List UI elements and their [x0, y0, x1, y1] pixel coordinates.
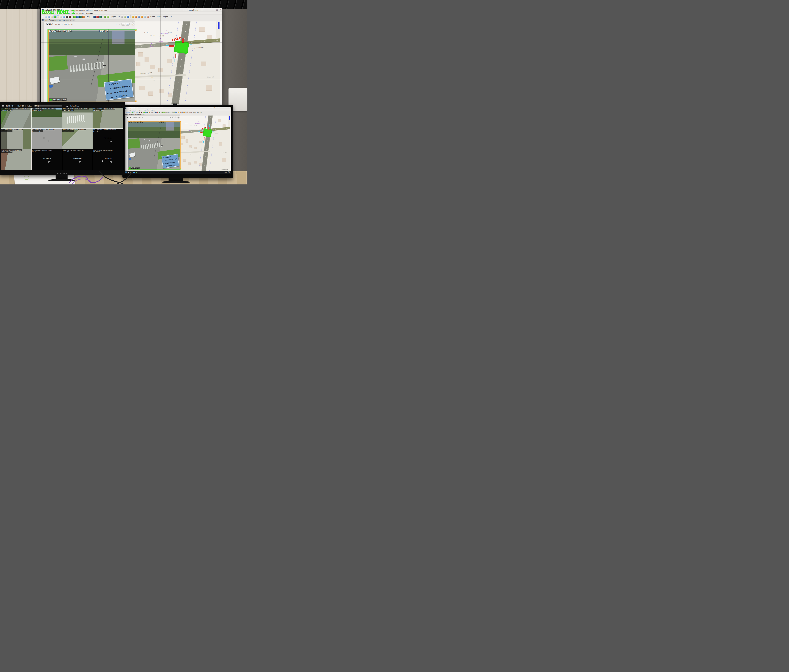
region-button-1[interactable]: Пенза — [188, 112, 192, 113]
menu-service[interactable]: Служебные — [74, 13, 83, 14]
map-pane[interactable]: 211-293 159-210 107-158 29-106 ♕ Два кап… — [180, 115, 232, 171]
detector-blue-icon[interactable] — [77, 16, 79, 18]
refresh-icon[interactable]: ↺ — [116, 23, 117, 26]
tab-intersection-5836[interactable]: 5836: ул. Терновского - ул. Сукумская ⊡ … — [124, 114, 144, 115]
poi-label[interactable]: Два капитана — [195, 123, 200, 124]
camera-cell-6[interactable]: ИТС1 Пенза 006 Калинина-Металлистов[ 128… — [32, 129, 62, 149]
filter-off-icon[interactable] — [96, 16, 99, 18]
filter-funnel-icon[interactable] — [155, 112, 157, 113]
save-icon[interactable] — [48, 16, 50, 18]
region-button-4[interactable]: Сув — [169, 16, 173, 18]
export-map-icon[interactable] — [182, 112, 183, 113]
tab-close-icon[interactable]: × — [143, 114, 144, 115]
camera-cell-1[interactable]: ИТС1 Пенза 001 Окружная-Калинина-Кривозе… — [1, 108, 32, 129]
menu-help[interactable]: Справка — [151, 110, 155, 111]
detector-teal-icon[interactable] — [79, 16, 82, 18]
filter-apply-icon[interactable] — [99, 16, 102, 18]
zone-green-icon[interactable] — [132, 112, 133, 113]
pcapp-minimize-button[interactable]: — — [172, 117, 174, 118]
poi-label[interactable]: Emex — [189, 132, 191, 132]
edit-page-icon[interactable] — [130, 112, 131, 113]
poi-crown-icon[interactable]: ♕ — [198, 121, 199, 122]
open-folder-icon[interactable] — [45, 16, 47, 18]
funnel-add-icon[interactable] — [127, 16, 129, 18]
pan-hand-icon[interactable] — [134, 112, 135, 113]
tab-close-icon[interactable]: × — [73, 19, 74, 21]
poi-label[interactable]: Два капитана — [160, 33, 169, 34]
camera-cell-11[interactable]: ИТС1 Пенза 011 Кирова-Лермонтова[ 0 x 0 … — [62, 149, 93, 170]
region-button-1[interactable]: Пенза — [150, 16, 156, 18]
poi-diamond-icon[interactable]: ◆ — [189, 130, 190, 131]
menu-map[interactable]: Карта — [133, 110, 136, 111]
region-button-3[interactable]: Киров — [196, 112, 200, 113]
map-pane[interactable]: 211-293 159-210 107-158 29-106 ♕ Два кап… — [135, 21, 222, 104]
camera-cell-3[interactable]: ИТС1 Пенза 003 Калинина, Дизельный завод… — [62, 108, 93, 129]
pcapp-minimize-button[interactable]: — — [121, 23, 125, 26]
funnel-add-icon[interactable] — [175, 112, 177, 113]
maximize-icon[interactable]: □ — [228, 107, 229, 108]
map-mark-icon[interactable] — [187, 112, 188, 113]
pcapp-maximize-button[interactable]: □ — [126, 23, 129, 26]
detector-group-icon[interactable] — [104, 16, 106, 18]
menu-file[interactable]: Файл — [125, 110, 128, 111]
map-mark-icon[interactable] — [147, 16, 149, 18]
export-map-icon[interactable] — [138, 16, 140, 18]
camera-set-dropdown[interactable]: ИТС-1 — [34, 105, 62, 107]
draw-line-icon[interactable] — [135, 112, 137, 113]
expand-icon[interactable]: ↗ — [116, 105, 117, 107]
camera-cell-2[interactable]: ИТС1 Пенза 002 Калинина, ф-ка Игрушек[ 1… — [32, 108, 62, 129]
map-scroll-marker[interactable] — [229, 116, 230, 120]
tab-undock-icon[interactable]: ⊡ — [70, 19, 71, 21]
close-icon[interactable]: × — [121, 105, 122, 107]
edit-page-icon[interactable] — [51, 16, 53, 18]
region-button-3[interactable]: Киров — [163, 16, 169, 18]
binoculars-find-icon[interactable] — [141, 112, 142, 113]
pcapp-url-field[interactable]: http://192.168.16.241 — [55, 23, 73, 25]
filter-apply-icon[interactable] — [159, 112, 160, 113]
camera-cell-7[interactable]: ИТС1 Пенза 007 Калинина-Свердлова 1[ 128… — [62, 129, 93, 149]
filter-icon[interactable]: ▼ — [64, 105, 65, 107]
poi-crown-icon[interactable]: ♕ — [166, 30, 167, 32]
ellipse-move-icon[interactable] — [172, 112, 173, 113]
region-button-4[interactable]: Сув — [200, 112, 203, 113]
poi-label[interactable]: Emex — [150, 45, 153, 47]
binoculars-find-icon[interactable] — [69, 16, 71, 18]
ellipse-move-icon[interactable] — [121, 16, 123, 18]
open-folder-icon[interactable] — [126, 112, 128, 113]
ellipse-add-icon[interactable] — [124, 16, 126, 18]
refresh-icon[interactable]: ↺ — [169, 117, 169, 118]
region-button-2[interactable]: Калин — [192, 112, 196, 113]
minimize-icon[interactable]: _ — [119, 105, 120, 107]
detector-teal-icon[interactable] — [147, 112, 149, 113]
pcapp-resize-button[interactable]: ↔ — [131, 22, 135, 27]
binoculars-icon[interactable] — [65, 16, 68, 18]
tab-intersection-5836[interactable]: 5836: ул. Терновского - ул. Сукумская ⊡ … — [41, 19, 75, 21]
binoculars-icon[interactable] — [139, 112, 140, 113]
menu-view[interactable]: Вид — [129, 110, 131, 111]
poi-flag-icon[interactable]: ⚑ — [195, 126, 195, 128]
camera-cell-4[interactable]: ИТС1 Пенза 004 Калинина-ТЦ Рассвет[ 1280… — [93, 108, 123, 129]
camera-cell-8[interactable]: ИТС1 Пенза 008 Калинина-Свердлова 2[ 0 x… — [93, 129, 123, 149]
save-icon[interactable] — [128, 112, 129, 113]
pcapp-maximize-button[interactable]: □ — [175, 117, 177, 118]
camera-cell-10[interactable]: ИТС1 Пенза 010 Калинина-Чкалова[ 0 x 0 ]… — [32, 149, 62, 170]
filter-funnel-icon[interactable] — [93, 16, 96, 18]
new-file-icon[interactable] — [42, 16, 44, 18]
map-scroll-marker[interactable] — [217, 22, 219, 29]
detector-orange-icon[interactable] — [82, 16, 85, 18]
map-intersection-signal[interactable] — [203, 128, 212, 137]
close-icon[interactable]: × — [230, 107, 231, 108]
poi-label[interactable]: Олимп — [194, 128, 196, 129]
map-copy-icon[interactable] — [185, 112, 187, 113]
camera-cell-12[interactable]: ИТС1 Пенза 012 Кирова-К.Маркса[ 0 x 0 ] … — [93, 149, 123, 170]
menu-help[interactable]: Справка — [86, 13, 93, 14]
detector-orange-icon[interactable] — [149, 112, 150, 113]
poi-label[interactable]: Олимп — [159, 41, 163, 42]
pcapp-url-field[interactable]: http://192.168.16.241 — [133, 117, 144, 118]
map-layers-icon[interactable] — [137, 112, 138, 113]
map-copy-icon[interactable] — [144, 16, 146, 18]
pcapp-resize-button[interactable]: ↔ — [177, 116, 180, 119]
folder-import-icon[interactable] — [178, 112, 179, 113]
filter-off-icon[interactable] — [157, 112, 158, 113]
pan-hand-icon[interactable] — [57, 16, 59, 18]
